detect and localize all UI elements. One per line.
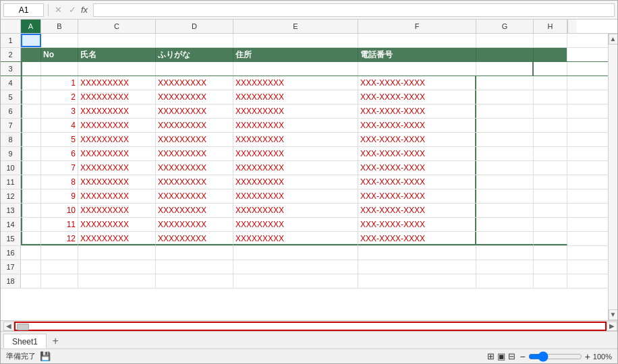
cell-a16[interactable] xyxy=(21,246,41,260)
cell-a6[interactable] xyxy=(21,104,41,118)
cell-d10[interactable]: XXXXXXXXX xyxy=(156,161,233,175)
cell-b5[interactable]: 2 xyxy=(41,90,78,104)
cell-b18[interactable] xyxy=(41,274,78,288)
cell-d4[interactable]: XXXXXXXXX xyxy=(156,76,233,90)
cell-h1[interactable] xyxy=(534,34,567,47)
cell-c3[interactable] xyxy=(78,62,156,75)
scroll-down-button[interactable]: ▼ xyxy=(609,309,618,320)
cell-h10[interactable] xyxy=(534,161,567,175)
cell-e11[interactable]: XXXXXXXXX xyxy=(233,175,358,189)
cell-c9[interactable]: XXXXXXXXX xyxy=(78,147,156,160)
cell-d15[interactable]: XXXXXXXXX xyxy=(156,232,233,245)
cell-d11[interactable]: XXXXXXXXX xyxy=(156,175,233,189)
col-header-d[interactable]: D xyxy=(156,20,233,33)
cell-e7[interactable]: XXXXXXXXX xyxy=(233,119,358,132)
cell-c11[interactable]: XXXXXXXXX xyxy=(78,175,156,189)
cell-f8[interactable]: XXX-XXXX-XXXX xyxy=(358,133,476,146)
cell-h4[interactable] xyxy=(534,76,567,90)
cell-f5[interactable]: XXX-XXXX-XXXX xyxy=(358,90,476,104)
cell-b13[interactable]: 10 xyxy=(41,204,78,217)
cell-e2[interactable]: 住所 xyxy=(233,48,358,61)
cell-f2[interactable]: 電話番号 xyxy=(358,48,476,61)
cell-b3[interactable] xyxy=(41,62,78,75)
cell-b1[interactable] xyxy=(41,34,78,47)
cell-d14[interactable]: XXXXXXXXX xyxy=(156,218,233,231)
confirm-icon[interactable]: ✓ xyxy=(67,4,78,16)
page-break-icon[interactable]: ⊟ xyxy=(508,351,515,361)
cell-b9[interactable]: 6 xyxy=(41,147,78,160)
cell-g4[interactable] xyxy=(476,76,534,90)
cell-c16[interactable] xyxy=(78,246,156,260)
cell-d9[interactable]: XXXXXXXXX xyxy=(156,147,233,160)
cell-h6[interactable] xyxy=(534,104,567,118)
cell-g1[interactable] xyxy=(476,34,534,47)
cell-a3[interactable] xyxy=(21,62,41,75)
cell-g18[interactable] xyxy=(476,274,534,288)
col-header-b[interactable]: B xyxy=(41,20,78,33)
cell-a10[interactable] xyxy=(21,161,41,175)
cell-g15[interactable] xyxy=(476,232,534,245)
cell-d5[interactable]: XXXXXXXXX xyxy=(156,90,233,104)
cell-f4[interactable]: XXX-XXXX-XXXX xyxy=(358,76,476,90)
cell-g16[interactable] xyxy=(476,246,534,260)
cell-h5[interactable] xyxy=(534,90,567,104)
cell-e10[interactable]: XXXXXXXXX xyxy=(233,161,358,175)
col-header-a[interactable]: A xyxy=(21,20,41,33)
cell-c14[interactable]: XXXXXXXXX xyxy=(78,218,156,231)
cell-e6[interactable]: XXXXXXXXX xyxy=(233,104,358,118)
cell-a18[interactable] xyxy=(21,274,41,288)
cell-h3[interactable] xyxy=(534,62,567,75)
cell-c5[interactable]: XXXXXXXXX xyxy=(78,90,156,104)
cell-c7[interactable]: XXXXXXXXX xyxy=(78,119,156,132)
cell-b4[interactable]: 1 xyxy=(41,76,78,90)
cancel-icon[interactable]: ✕ xyxy=(53,4,64,16)
cell-d18[interactable] xyxy=(156,274,233,288)
col-header-g[interactable]: G xyxy=(476,20,534,33)
cell-b11[interactable]: 8 xyxy=(41,175,78,189)
cell-b14[interactable]: 11 xyxy=(41,218,78,231)
cell-g5[interactable] xyxy=(476,90,534,104)
cell-f14[interactable]: XXX-XXXX-XXXX xyxy=(358,218,476,231)
cell-h7[interactable] xyxy=(534,119,567,132)
save-icon[interactable]: 💾 xyxy=(40,351,51,361)
cell-f13[interactable]: XXX-XXXX-XXXX xyxy=(358,204,476,217)
cell-f10[interactable]: XXX-XXXX-XXXX xyxy=(358,161,476,175)
cell-d12[interactable]: XXXXXXXXX xyxy=(156,189,233,203)
cell-g10[interactable] xyxy=(476,161,534,175)
cell-f12[interactable]: XXX-XXXX-XXXX xyxy=(358,189,476,203)
cell-e12[interactable]: XXXXXXXXX xyxy=(233,189,358,203)
cell-h17[interactable] xyxy=(534,260,567,274)
cell-g2[interactable] xyxy=(476,48,534,61)
sheet-tab-sheet1[interactable]: Sheet1 xyxy=(3,334,47,348)
cell-b15[interactable]: 12 xyxy=(41,232,78,245)
cell-f15[interactable]: XXX-XXXX-XXXX xyxy=(358,232,476,245)
zoom-slider[interactable] xyxy=(528,351,582,362)
formula-input[interactable] xyxy=(93,3,615,17)
cell-f17[interactable] xyxy=(358,260,476,274)
cell-g17[interactable] xyxy=(476,260,534,274)
cell-a12[interactable] xyxy=(21,189,41,203)
vertical-scrollbar[interactable]: ▲ ▼ xyxy=(608,34,617,320)
cell-h18[interactable] xyxy=(534,274,567,288)
cell-ref-input[interactable]: A1 xyxy=(3,3,44,17)
cell-a8[interactable] xyxy=(21,133,41,146)
cell-b8[interactable]: 5 xyxy=(41,133,78,146)
cell-e3[interactable] xyxy=(233,62,358,75)
cell-e15[interactable]: XXXXXXXXX xyxy=(233,232,358,245)
cell-c13[interactable]: XXXXXXXXX xyxy=(78,204,156,217)
cell-e4[interactable]: XXXXXXXXX xyxy=(233,76,358,90)
cell-c17[interactable] xyxy=(78,260,156,274)
col-header-f[interactable]: F xyxy=(358,20,476,33)
cell-a1[interactable] xyxy=(21,34,41,47)
cell-f6[interactable]: XXX-XXXX-XXXX xyxy=(358,104,476,118)
cell-a9[interactable] xyxy=(21,147,41,160)
cell-f1[interactable] xyxy=(358,34,476,47)
cell-b7[interactable]: 4 xyxy=(41,119,78,132)
normal-view-icon[interactable]: ⊞ xyxy=(487,351,495,361)
cell-c10[interactable]: XXXXXXXXX xyxy=(78,161,156,175)
cell-e5[interactable]: XXXXXXXXX xyxy=(233,90,358,104)
cell-d6[interactable]: XXXXXXXXX xyxy=(156,104,233,118)
cell-d7[interactable]: XXXXXXXXX xyxy=(156,119,233,132)
cell-b2[interactable]: No xyxy=(41,48,78,61)
cell-e16[interactable] xyxy=(233,246,358,260)
